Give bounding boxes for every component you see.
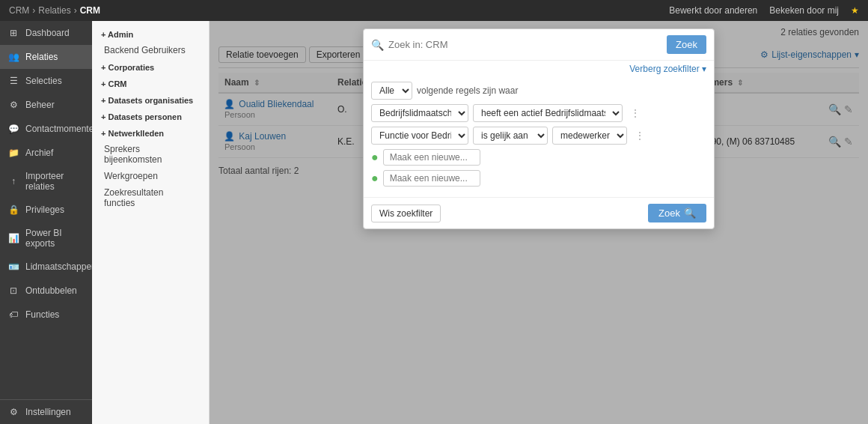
sidebar-item-archief[interactable]: 📁 Archief [0, 141, 92, 165]
sidebar-label-ontdubbelen: Ontdubbelen [25, 285, 77, 296]
sidebar-item-relaties[interactable]: 👥 Relaties [0, 45, 92, 69]
bekeken-door-mij-link[interactable]: Bekeken door mij [769, 5, 839, 16]
all-select[interactable]: Alle [371, 82, 412, 100]
second-sidebar: Admin Backend Gebruikers Corporaties CRM… [92, 21, 210, 424]
section-header-netwerklleden[interactable]: Netwerklleden [92, 126, 209, 141]
condition-label: volgende regels zijn waar [417, 85, 518, 96]
sidebar-item-ontdubbelen[interactable]: ⊡ Ontdubbelen [0, 279, 92, 303]
lidmaatschappen-icon: 🪪 [7, 261, 19, 273]
sidebar: ⊞ Dashboard 👥 Relaties ☰ Selecties ⚙ Beh… [0, 21, 92, 424]
sidebar-label-lidmaatschappen: Lidmaatschappen [25, 261, 92, 272]
sidebar-item-selecties[interactable]: ☰ Selecties [0, 69, 92, 93]
section-header-datasets-org[interactable]: Datasets organisaties [92, 93, 209, 108]
search-modal-body: Alle volgende regels zijn waar Bedrijfsl… [364, 76, 714, 197]
section-admin: Admin Backend Gebruikers [92, 27, 209, 58]
sidebar-label-contactmomenten: Contactmomenten [25, 124, 92, 134]
sidebar-label-functies: Functies [25, 309, 59, 320]
archief-icon: 📁 [7, 147, 19, 159]
search-input[interactable] [388, 39, 662, 50]
sidebar-label-instellingen: Instellingen [25, 407, 71, 417]
filter-row-2: Functie voor Bedrijf is gelijk aan medew… [371, 127, 706, 145]
sidebar-label-relaties: Relaties [25, 52, 58, 62]
search-circle-icon: 🔍 [371, 39, 384, 51]
sidebar-label-archief: Archief [25, 148, 53, 158]
filter-field-2[interactable]: Functie voor Bedrijf [371, 127, 468, 145]
zoek-btn-label: Zoek [658, 208, 680, 219]
topbar-right: Bewerkt door anderen Bekeken door mij ★ [669, 5, 859, 16]
filter-operator-1[interactable]: heeft een actief Bedrijfslidmaatsc [473, 104, 623, 122]
sidebar-item-instellingen[interactable]: ⚙ Instellingen [0, 400, 92, 424]
bewerkt-door-anderen-link[interactable]: Bewerkt door anderen [669, 5, 757, 16]
breadcrumb-crm1[interactable]: CRM [9, 5, 29, 16]
add-filter-plus-1[interactable]: ● [371, 151, 379, 164]
sidebar-item-importeer[interactable]: ↑ Importeer relaties [0, 165, 92, 198]
sidebar-label-selecties: Selecties [25, 76, 62, 86]
filter-row-1: Bedrijfslidmaatschap heeft een actief Be… [371, 104, 706, 122]
importeer-icon: ↑ [7, 175, 19, 187]
dashboard-icon: ⊞ [7, 27, 19, 39]
section-datasets-org: Datasets organisaties [92, 93, 209, 108]
sidebar-label-privileges: Privileges [25, 205, 64, 215]
sidebar-item-lidmaatschappen[interactable]: 🪪 Lidmaatschappen [0, 255, 92, 279]
zoek-btn-icon: 🔍 [684, 208, 696, 219]
sidebar-item-werkgroepen[interactable]: Werkgroepen [92, 168, 209, 184]
selecties-icon: ☰ [7, 75, 19, 87]
section-header-crm[interactable]: CRM [92, 76, 209, 91]
ontdubbelen-icon: ⊡ [7, 285, 19, 297]
section-crm: CRM [92, 76, 209, 91]
sidebar-item-powerbi[interactable]: 📊 Power BI exports [0, 222, 92, 255]
filter-value-2[interactable]: medewerker [552, 127, 627, 145]
filter-operator-2[interactable]: is gelijk aan [473, 127, 548, 145]
sidebar-item-sprekers[interactable]: Sprekers bijeenkomsten [92, 141, 209, 168]
functies-icon: 🏷 [7, 309, 19, 321]
contactmomenten-icon: 💬 [7, 123, 19, 135]
section-header-corporaties[interactable]: Corporaties [92, 60, 209, 75]
topbar: CRM › Relaties › CRM Bewerkt door andere… [0, 0, 868, 21]
sidebar-item-backend-gebruikers[interactable]: Backend Gebruikers [92, 42, 209, 58]
sidebar-label-dashboard: Dashboard [25, 28, 70, 38]
search-modal-footer: Wis zoekfilter Zoek 🔍 [364, 197, 714, 228]
section-header-datasets-pers[interactable]: Datasets personen [92, 109, 209, 124]
privileges-icon: 🔒 [7, 204, 19, 216]
section-netwerklleden: Netwerklleden Sprekers bijeenkomsten Wer… [92, 126, 209, 211]
zoek-button[interactable]: Zoek 🔍 [648, 204, 706, 222]
sidebar-item-contactmomenten[interactable]: 💬 Contactmomenten [0, 117, 92, 141]
wis-zoekfilter-button[interactable]: Wis zoekfilter [371, 205, 441, 222]
sidebar-label-powerbi: Power BI exports [25, 228, 85, 249]
sidebar-item-dashboard[interactable]: ⊞ Dashboard [0, 21, 92, 45]
sidebar-label-beheer: Beheer [25, 100, 55, 110]
sidebar-item-privileges[interactable]: 🔒 Privileges [0, 198, 92, 222]
add-filter-input-1[interactable] [383, 149, 480, 166]
search-overlay: 🔍 Zoek Verberg zoekfilter ▾ Alle volgend… [210, 21, 868, 424]
filter-condition-row: Alle volgende regels zijn waar [371, 82, 706, 100]
sidebar-label-importeer: Importeer relaties [25, 171, 85, 192]
filter-field-1[interactable]: Bedrijfslidmaatschap [371, 104, 468, 122]
sidebar-item-functies[interactable]: 🏷 Functies [0, 303, 92, 327]
breadcrumb-crm2: CRM [80, 5, 100, 16]
star-icon[interactable]: ★ [851, 5, 859, 16]
add-filter-input-2[interactable] [383, 170, 480, 187]
section-datasets-pers: Datasets personen [92, 109, 209, 124]
verberg-zoekfilter-link[interactable]: Verberg zoekfilter ▾ [364, 61, 714, 76]
beheer-icon: ⚙ [7, 99, 19, 111]
content-area: 2 relaties gevonden Relatie toevoegen Ex… [210, 21, 868, 424]
add-filter-plus-2[interactable]: ● [371, 172, 379, 185]
add-filter-row-1: ● [371, 149, 706, 166]
instellingen-icon: ⚙ [7, 406, 19, 418]
search-modal: 🔍 Zoek Verberg zoekfilter ▾ Alle volgend… [363, 28, 715, 229]
breadcrumb-relaties[interactable]: Relaties [38, 5, 70, 16]
add-filter-row-2: ● [371, 170, 706, 187]
filter-row-2-options-icon[interactable]: ⋮ [632, 128, 648, 143]
section-header-admin[interactable]: Admin [92, 27, 209, 42]
section-corporaties: Corporaties [92, 60, 209, 75]
sidebar-item-zoekresultaten[interactable]: Zoekresultaten functies [92, 184, 209, 211]
powerbi-icon: 📊 [7, 232, 19, 244]
sidebar-item-beheer[interactable]: ⚙ Beheer [0, 93, 92, 117]
search-button[interactable]: Zoek [667, 35, 706, 54]
search-modal-header: 🔍 Zoek [364, 29, 714, 61]
relaties-icon: 👥 [7, 51, 19, 63]
breadcrumb: CRM › Relaties › CRM [9, 5, 100, 16]
filter-row-1-options-icon[interactable]: ⋮ [627, 106, 644, 121]
